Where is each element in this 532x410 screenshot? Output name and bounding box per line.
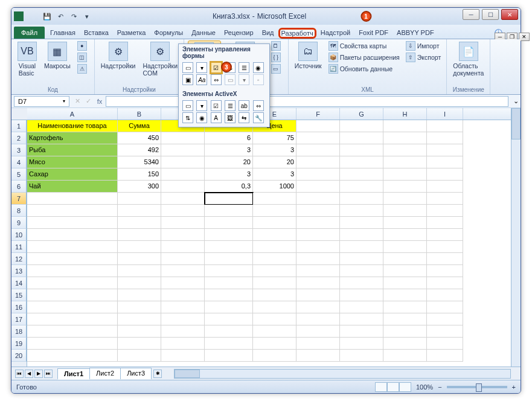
cell-B10[interactable] xyxy=(118,229,161,241)
cell-B6[interactable]: 300 xyxy=(118,181,161,193)
cell-I4[interactable] xyxy=(427,156,463,168)
cell-A8[interactable] xyxy=(27,205,118,217)
row-header-3[interactable]: 3 xyxy=(11,144,27,156)
cell-F12[interactable] xyxy=(296,253,340,265)
cell-I6[interactable] xyxy=(427,181,463,193)
tab-developer[interactable]: Разработч xyxy=(278,28,316,39)
cell-I10[interactable] xyxy=(427,229,463,241)
close-button[interactable]: ✕ xyxy=(501,9,518,20)
cell-E3[interactable]: 3 xyxy=(253,144,296,156)
cell-G12[interactable] xyxy=(340,253,383,265)
cell-E4[interactable]: 20 xyxy=(253,156,296,168)
cell-E15[interactable] xyxy=(253,289,296,301)
view-layout-button[interactable] xyxy=(387,382,399,392)
sheet-nav-next[interactable]: ▶ xyxy=(34,370,43,378)
zoom-slider[interactable] xyxy=(447,386,507,388)
cell-H8[interactable] xyxy=(383,205,427,217)
cell-C6[interactable] xyxy=(161,181,205,193)
cell-D18[interactable] xyxy=(205,325,253,338)
cell-A19[interactable] xyxy=(27,338,118,350)
column-header-I[interactable]: I xyxy=(427,108,463,120)
cell-H15[interactable] xyxy=(383,289,427,301)
cell-D7[interactable] xyxy=(205,193,253,205)
document-panel-button[interactable]: 📄Область документа xyxy=(450,40,486,78)
sheet-tab-2[interactable]: Лист2 xyxy=(89,368,121,379)
cell-F17[interactable] xyxy=(296,313,340,325)
column-header-F[interactable]: F xyxy=(296,108,340,120)
row-header-11[interactable]: 11 xyxy=(11,241,27,253)
cell-A5[interactable]: Сахар xyxy=(27,168,118,181)
undo-icon[interactable]: ↶ xyxy=(55,11,66,22)
sheet-tab-1[interactable]: Лист1 xyxy=(57,368,90,380)
tab-data[interactable]: Данные xyxy=(187,27,220,39)
row-header-20[interactable]: 20 xyxy=(11,350,27,362)
cell-F16[interactable] xyxy=(296,301,340,313)
cell-B11[interactable] xyxy=(118,241,161,253)
cell-A10[interactable] xyxy=(27,229,118,241)
cell-I13[interactable] xyxy=(427,265,463,277)
cell-G19[interactable] xyxy=(340,338,383,350)
maximize-button[interactable]: ☐ xyxy=(482,9,499,20)
cell-A12[interactable] xyxy=(27,253,118,265)
cell-G18[interactable] xyxy=(340,325,383,338)
cell-G11[interactable] xyxy=(340,241,383,253)
ax-option-icon[interactable]: ◉ xyxy=(196,112,207,123)
row-header-6[interactable]: 6 xyxy=(11,181,27,193)
cell-C20[interactable] xyxy=(161,350,205,362)
ax-more-icon[interactable]: 🔧 xyxy=(253,112,264,123)
cell-B7[interactable] xyxy=(118,193,161,205)
cell-B15[interactable] xyxy=(118,289,161,301)
column-header-H[interactable]: H xyxy=(383,108,427,120)
cell-E13[interactable] xyxy=(253,265,296,277)
cell-A1[interactable]: Наименование товара xyxy=(27,120,118,132)
form-dialog-icon[interactable]: ▫ xyxy=(253,74,264,85)
cell-A7[interactable] xyxy=(27,193,118,205)
cell-C5[interactable] xyxy=(161,168,205,181)
cell-F20[interactable] xyxy=(296,350,340,362)
cell-C7[interactable] xyxy=(161,193,205,205)
cell-H3[interactable] xyxy=(383,144,427,156)
form-groupbox-icon[interactable]: ▣ xyxy=(182,74,193,85)
row-header-16[interactable]: 16 xyxy=(11,301,27,313)
cell-G13[interactable] xyxy=(340,265,383,277)
cell-D15[interactable] xyxy=(205,289,253,301)
xml-source-button[interactable]: 🗂Источник xyxy=(292,40,324,71)
cell-G16[interactable] xyxy=(340,301,383,313)
cell-B3[interactable]: 492 xyxy=(118,144,161,156)
cell-G14[interactable] xyxy=(340,277,383,289)
form-checkbox-icon[interactable]: ☑3 xyxy=(211,62,222,73)
ax-listbox-icon[interactable]: ☰ xyxy=(225,100,236,111)
cell-E17[interactable] xyxy=(253,313,296,325)
zoom-in-button[interactable]: + xyxy=(512,383,516,391)
cell-D10[interactable] xyxy=(205,229,253,241)
cancel-formula-icon[interactable]: ✕ xyxy=(72,97,83,105)
cell-G3[interactable] xyxy=(340,144,383,156)
cell-C12[interactable] xyxy=(161,253,205,265)
cell-B14[interactable] xyxy=(118,277,161,289)
minimize-button[interactable]: ─ xyxy=(463,9,479,20)
cell-A11[interactable] xyxy=(27,241,118,253)
cell-G6[interactable] xyxy=(340,181,383,193)
select-all-corner[interactable] xyxy=(11,108,27,120)
cell-D12[interactable] xyxy=(205,253,253,265)
cell-E5[interactable]: 3 xyxy=(253,168,296,181)
cell-G8[interactable] xyxy=(340,205,383,217)
save-icon[interactable]: 💾 xyxy=(42,11,53,22)
cell-H7[interactable] xyxy=(383,193,427,205)
addins-button[interactable]: ⚙Надстройки xyxy=(98,40,138,71)
map-properties-button[interactable]: 🗺Свойства карты xyxy=(327,40,402,51)
cell-B5[interactable]: 150 xyxy=(118,168,161,181)
tab-insert[interactable]: Вставка xyxy=(80,27,113,39)
cell-D11[interactable] xyxy=(205,241,253,253)
cell-C9[interactable] xyxy=(161,217,205,229)
cell-H12[interactable] xyxy=(383,253,427,265)
cell-C16[interactable] xyxy=(161,301,205,313)
cell-B17[interactable] xyxy=(118,313,161,325)
cell-A3[interactable]: Рыба xyxy=(27,144,118,156)
qat-more-icon[interactable]: ▾ xyxy=(82,11,92,22)
cell-D6[interactable]: 0,3 xyxy=(205,181,253,193)
row-header-1[interactable]: 1 xyxy=(11,120,27,132)
record-macro-button[interactable]: ● xyxy=(75,40,91,51)
form-listbox-icon[interactable]: ☰ xyxy=(239,62,249,73)
vertical-scrollbar[interactable] xyxy=(511,108,521,367)
